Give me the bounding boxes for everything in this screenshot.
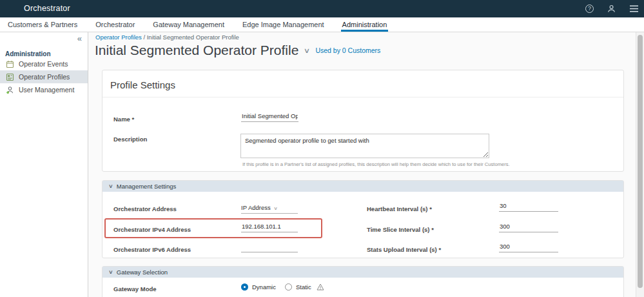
menu-icon[interactable]	[629, 5, 639, 13]
app-title: Orchestrator	[24, 0, 70, 17]
gateway-selection-toggle[interactable]: ∨ Gateway Selection	[102, 267, 623, 278]
breadcrumb-link-operator-profiles[interactable]: Operator Profiles	[95, 34, 142, 41]
tab-administration[interactable]: Administration	[341, 17, 389, 32]
used-by-customers-link[interactable]: Used by 0 Customers	[315, 46, 380, 54]
page-title: Initial Segmented Operator Profile	[95, 43, 298, 58]
orchestrator-ipv6-label: Orchestrator IPv6 Address	[113, 246, 191, 253]
profile-settings-header: Profile Settings	[102, 70, 623, 97]
primary-nav-tabs: Customers & Partners Orchestrator Gatewa…	[0, 17, 644, 32]
orchestrator-address-select[interactable]: IP Address ∨	[241, 204, 298, 214]
sidebar-item-operator-profiles[interactable]: Operator Profiles	[0, 70, 88, 83]
radio-dynamic-label: Dynamic	[252, 283, 276, 291]
heartbeat-interval-label: Heartbeat Interval (s) *	[367, 205, 432, 212]
name-input[interactable]	[241, 112, 298, 122]
time-slice-interval-input[interactable]	[499, 222, 558, 232]
chevron-down-icon: ∨	[108, 269, 113, 275]
tab-orchestrator[interactable]: Orchestrator	[94, 17, 136, 32]
orchestrator-ipv4-input[interactable]	[241, 222, 298, 232]
tab-gateway-management[interactable]: Gateway Management	[151, 17, 226, 32]
orchestrator-address-value: IP Address	[241, 204, 271, 211]
gateway-mode-radio-group: Dynamic Static	[241, 283, 324, 291]
breadcrumb: Operator Profiles / Initial Segmented Op…	[95, 34, 239, 41]
gateway-mode-label: Gateway Mode	[113, 285, 157, 292]
profile-badge-icon	[6, 73, 14, 81]
app-header-actions: ?	[585, 0, 639, 17]
calendar-icon	[6, 60, 14, 68]
sidebar-items: Operator Events Operator Profiles + User…	[0, 57, 88, 96]
time-slice-interval-label: Time Slice Interval (s) *	[367, 226, 434, 233]
gateway-selection-title: Gateway Selection	[117, 269, 168, 276]
svg-text:+: +	[7, 91, 8, 94]
description-helper-text: If this profile is in a Partner's list o…	[242, 161, 510, 167]
sidebar-collapse-icon[interactable]: «	[77, 34, 82, 43]
radio-dynamic[interactable]	[241, 283, 248, 291]
warning-icon	[317, 283, 324, 291]
management-settings-title: Management Settings	[117, 183, 176, 190]
sidebar-item-user-management[interactable]: + User Management	[0, 83, 88, 96]
stats-upload-interval-input[interactable]	[499, 242, 558, 252]
help-icon[interactable]: ?	[585, 5, 594, 13]
management-settings-toggle[interactable]: ∨ Management Settings	[102, 181, 623, 192]
sidebar-item-label: User Management	[19, 86, 74, 94]
app-header: Orchestrator ?	[0, 0, 644, 17]
profile-settings-card: Profile Settings Name * Description Segm…	[102, 70, 624, 172]
heartbeat-interval-input[interactable]	[499, 201, 558, 212]
name-label: Name *	[113, 116, 134, 123]
description-textarea[interactable]: Segmented operator profile to get starte…	[240, 134, 489, 158]
sidebar-item-label: Operator Profiles	[19, 73, 70, 81]
tab-edge-image-management[interactable]: Edge Image Management	[241, 17, 326, 32]
user-icon[interactable]	[607, 4, 616, 14]
stats-upload-interval-label: Stats Upload Interval (s) *	[367, 246, 441, 253]
description-label: Description	[113, 136, 147, 143]
vertical-scrollbar[interactable]	[636, 32, 644, 297]
chevron-down-icon: ∨	[108, 183, 113, 189]
orchestrator-app-window: Orchestrator ? Customers & Partners Orch…	[0, 0, 644, 297]
scrollbar-thumb[interactable]	[638, 35, 643, 288]
sidebar-item-label: Operator Events	[19, 60, 68, 68]
chevron-down-icon: ∨	[273, 206, 278, 211]
radio-static-label: Static	[296, 283, 311, 291]
sidebar-item-operator-events[interactable]: Operator Events	[0, 57, 88, 70]
profile-settings-title: Profile Settings	[102, 70, 623, 90]
management-settings-section: ∨ Management Settings Orchestrator Addre…	[102, 180, 624, 258]
chevron-down-icon[interactable]: ∨	[304, 46, 310, 55]
breadcrumb-separator: /	[143, 34, 145, 41]
orchestrator-ipv6-input[interactable]	[241, 242, 298, 252]
page-header: Initial Segmented Operator Profile ∨ Use…	[95, 43, 380, 58]
orchestrator-address-label: Orchestrator Address	[113, 205, 177, 212]
sidebar-section-title: Administration	[5, 50, 51, 57]
sidebar: « Administration Operator Events Operato…	[0, 32, 88, 297]
gateway-selection-section: ∨ Gateway Selection Gateway Mode Dynamic…	[102, 266, 624, 297]
tab-customers-partners[interactable]: Customers & Partners	[6, 17, 79, 32]
user-icon: +	[6, 86, 14, 94]
radio-static[interactable]	[285, 283, 292, 291]
orchestrator-ipv4-label: Orchestrator IPv4 Address	[113, 226, 191, 233]
breadcrumb-current: Initial Segmented Operator Profile	[147, 34, 239, 41]
